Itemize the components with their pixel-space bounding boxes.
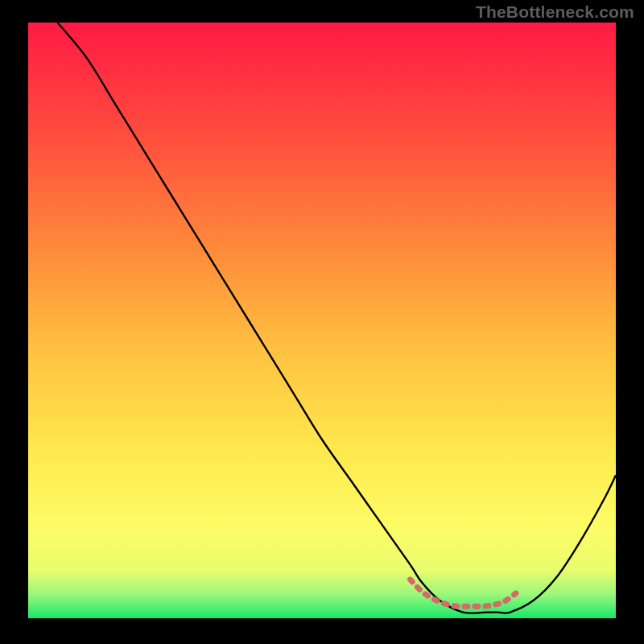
- bottleneck-chart: [0, 0, 644, 644]
- plot-background: [28, 23, 616, 618]
- watermark-text: TheBottleneck.com: [476, 2, 634, 22]
- chart-frame: TheBottleneck.com: [0, 0, 644, 644]
